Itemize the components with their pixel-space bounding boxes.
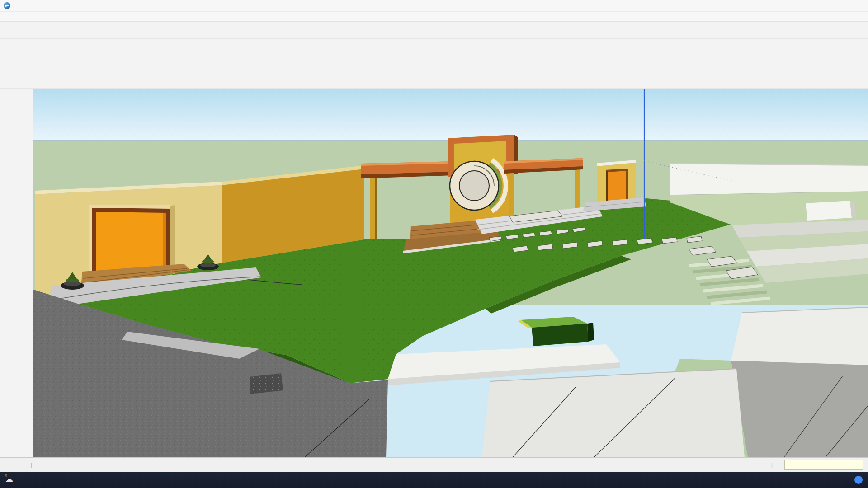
menu-bar — [0, 12, 868, 22]
weather-icon: ☁☾ — [5, 475, 15, 484]
fov-value-input[interactable] — [784, 460, 863, 470]
white-wall — [670, 164, 868, 195]
toolbar-row-1 — [0, 22, 868, 39]
status-bar: | | — [0, 457, 868, 472]
notification-count-badge[interactable] — [854, 476, 863, 484]
tool-palette — [0, 89, 33, 457]
credits-info-icon[interactable] — [17, 461, 25, 469]
toolbar-row-4 — [0, 71, 868, 89]
system-tray — [844, 476, 868, 484]
weather-widget[interactable]: ☁☾ — [0, 475, 108, 484]
green-planter-box — [518, 317, 594, 346]
title-bar — [0, 0, 868, 12]
sketchup-app-icon — [4, 2, 10, 9]
minimize-button[interactable] — [808, 0, 828, 11]
maximize-button[interactable] — [828, 0, 848, 11]
3d-viewport[interactable] — [33, 89, 868, 457]
toolbar-row-3 — [0, 55, 868, 71]
model-canvas — [33, 89, 868, 457]
windows-taskbar: ☁☾ — [0, 472, 868, 488]
geolocation-icon[interactable] — [5, 461, 13, 469]
close-button[interactable] — [848, 0, 868, 11]
toolbar-row-2 — [0, 39, 868, 55]
